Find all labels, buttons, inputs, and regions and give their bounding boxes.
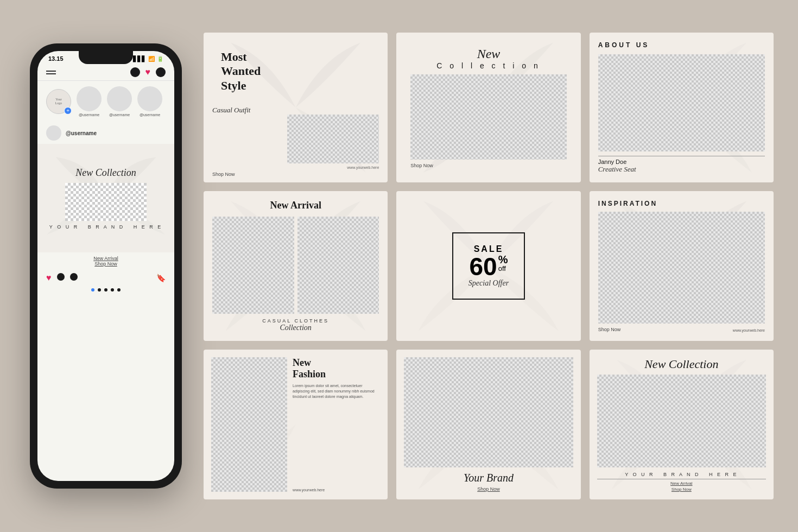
template-card-3: ABOUT US Janny Doe Creative Seat [590, 33, 774, 182]
template-card-2: New C o l l e c t i o n Shop Now [396, 33, 580, 182]
card1-subtitle: Casual Outfit [212, 106, 379, 115]
sale-box: SALE 60 % off Special Offer [452, 232, 525, 300]
card3-checker [598, 54, 765, 151]
card2-checker [410, 74, 566, 160]
phone-mockup: 13.15 ▋▋▋ 📶 🔋 ♥ [30, 43, 182, 489]
stories-row: YourLogo + @username @username @ [37, 81, 174, 122]
card8-checker [404, 357, 573, 467]
story-avatar-1 [77, 86, 102, 111]
shop-now-label: Shop Now [41, 261, 171, 267]
template-card-8: Your Brand Shop Now [396, 350, 580, 499]
template-card-5: SALE 60 % off Special Offer [396, 191, 580, 341]
post-checker [65, 183, 147, 221]
post-footer: New Arrival Shop Now [37, 252, 174, 270]
card7-checker [211, 357, 287, 492]
card6-shopnow: Shop Now [598, 327, 621, 332]
circle-icon-2 [156, 67, 166, 77]
card4-sub2: Collection [212, 324, 379, 332]
card1-shopnow: Shop Now [212, 172, 379, 177]
templates-grid: MostWantedStyle Casual Outfit www.yourwe… [204, 33, 774, 499]
card5-percent: 60 [470, 254, 497, 279]
card7-title: NewFashion [293, 357, 380, 380]
post-image: New Collection Y O U R B R A N D H E R E [37, 144, 174, 252]
status-icons: ▋▋▋ 📶 🔋 [133, 56, 163, 62]
card6-checker [598, 212, 765, 324]
bookmark-icon[interactable]: 🔖 [156, 274, 166, 283]
nav-icons: ♥ [130, 67, 166, 77]
story-avatar-2 [107, 86, 132, 111]
card9-newarrival: New Arrival [597, 479, 766, 486]
dot-4 [111, 288, 114, 292]
card4-checker-right [297, 217, 379, 314]
action-left: ♥ [46, 273, 78, 283]
add-story-icon: + [64, 107, 72, 115]
template-card-7: NewFashion Lorem ipsum dolor sit amet, c… [204, 350, 388, 499]
signal-icon: ▋▋▋ [133, 56, 146, 62]
card2-new: New [410, 47, 566, 61]
card1-title: MostWantedStyle [212, 41, 379, 102]
dot-5 [117, 288, 121, 292]
hamburger-icon[interactable] [46, 71, 56, 74]
template-card-4: New Arrival CASUAL CLOTHES Collection [204, 191, 388, 341]
card6-title: INSPIRATION [598, 200, 765, 207]
card4-sub1: CASUAL CLOTHES [212, 318, 379, 324]
dot-1 [91, 288, 94, 292]
story-3[interactable]: @username [137, 86, 162, 117]
phone-notch [79, 51, 133, 64]
phone-container: 13.15 ▋▋▋ 📶 🔋 ♥ [24, 33, 187, 499]
heart-icon[interactable]: ♥ [145, 67, 151, 77]
carousel-dots [37, 286, 174, 294]
dot-2 [98, 288, 101, 292]
story-own[interactable]: YourLogo + [46, 89, 71, 114]
card3-title: ABOUT US [598, 41, 765, 49]
story-avatar-3 [137, 86, 162, 111]
story-username-1: @username [79, 113, 99, 117]
card4-checker-left [212, 217, 294, 314]
new-arrival-label: New Arrival [41, 256, 171, 261]
card1-checker [287, 115, 379, 163]
card5-special: Special Offer [468, 279, 509, 288]
story-username-2: @username [109, 113, 130, 117]
card7-website: www.yourweb.here [293, 488, 380, 492]
post-avatar [46, 125, 61, 141]
dot-3 [104, 288, 107, 292]
story-username-3: @username [140, 113, 160, 117]
card7-left [211, 357, 287, 492]
card6-website: www.yourweb.here [733, 328, 765, 332]
card9-shopnow: Shop Now [597, 487, 766, 492]
template-card-6: INSPIRATION Shop Now www.yourweb.here [590, 191, 774, 341]
own-avatar: YourLogo + [46, 89, 71, 114]
card2-shopnow: Shop Now [410, 163, 566, 168]
card3-name: Janny Doe Creative Seat [598, 156, 765, 174]
card9-title: New Collection [597, 357, 766, 371]
card9-brand: Y O U R B R A N D H E R E [597, 472, 766, 477]
post-username: @username [66, 130, 97, 136]
post-title: New Collection [75, 167, 136, 179]
card9-checker [597, 375, 766, 467]
like-icon[interactable]: ♥ [46, 273, 52, 283]
status-time: 13.15 [48, 55, 64, 62]
phone-screen: 13.15 ▋▋▋ 📶 🔋 ♥ [37, 51, 174, 481]
comment-icon[interactable] [57, 273, 65, 281]
card2-collection: C o l l e c t i o n [410, 61, 566, 70]
card1-website: www.yourweb.here [212, 166, 379, 169]
story-2[interactable]: @username [107, 86, 132, 117]
card8-script: Your Brand [404, 472, 573, 484]
card5-off: off [498, 265, 506, 272]
instagram-nav: ♥ [37, 64, 174, 81]
post-actions: ♥ 🔖 [37, 270, 174, 286]
card8-shopnow: Shop Now [404, 486, 573, 492]
post-brand: Y O U R B R A N D H E R E [49, 224, 162, 230]
template-card-9: New Collection Y O U R B R A N D H E R E… [590, 350, 774, 499]
circle-icon-1 [130, 67, 140, 77]
share-icon[interactable] [70, 273, 78, 281]
story-1[interactable]: @username [77, 86, 102, 117]
card7-right: NewFashion Lorem ipsum dolor sit amet, c… [287, 357, 380, 492]
template-card-1: MostWantedStyle Casual Outfit www.yourwe… [204, 33, 388, 182]
battery-icon: 🔋 [157, 56, 163, 62]
wifi-icon: 📶 [148, 56, 155, 62]
post-header: @username [37, 122, 174, 144]
card4-title: New Arrival [212, 200, 379, 211]
card7-body: Lorem ipsum dolor sit amet, consectetuer… [293, 383, 380, 399]
main-container: 13.15 ▋▋▋ 📶 🔋 ♥ [24, 22, 774, 510]
